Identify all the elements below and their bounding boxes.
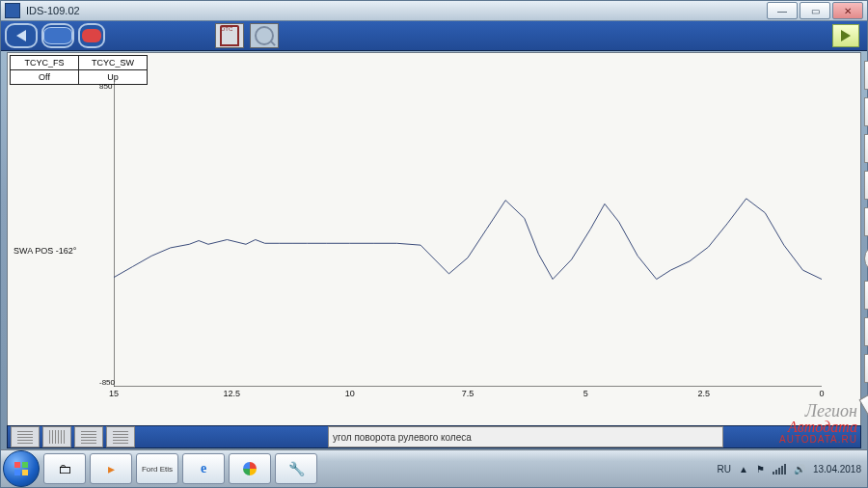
grid-icon [81,430,96,444]
tool-icon [82,29,101,42]
param-cell[interactable]: TCYC_SW Up [78,55,148,85]
x-tick: 12.5 [224,389,241,398]
clipboard-icon [220,25,239,46]
param-name: TCYC_SW [79,56,147,70]
grid-icon [17,430,33,444]
view1-button[interactable] [11,426,40,447]
tool-button[interactable] [78,23,105,48]
line-chart-svg [114,82,822,387]
view3-button[interactable] [74,426,103,447]
columns-icon [49,430,65,444]
expand-y-button[interactable] [864,317,868,346]
param-name: TCYC_FS [11,56,78,70]
taskbar-item[interactable]: Ford Etis [136,453,178,484]
vehicle-button[interactable] [41,23,74,48]
signal-select-button[interactable] [864,171,868,200]
windows-taskbar[interactable]: 🗀 ▸ Ford Etis e 🔧 RU ▲ ⚑ 🔊 13.04.2018 [1,449,867,487]
arrow-left-icon [16,30,26,41]
view2-button[interactable] [42,426,71,447]
timer-button[interactable] [864,244,868,273]
tray-flag-icon[interactable]: ⚑ [756,464,765,474]
x-tick: 7.5 [462,389,475,398]
minimize-button[interactable]: — [767,2,798,19]
x-tick: 5 [583,389,588,398]
desktop-background: IDS-109.02 — ▭ ✕ TCYC_FS Off TCYC_SW Up [0,0,868,488]
taskbar-item[interactable] [229,453,271,484]
draw-button[interactable] [859,386,868,425]
x-tick: 10 [345,389,355,398]
window-titlebar[interactable]: IDS-109.02 — ▭ ✕ [1,1,867,21]
x-axis-ticks: 1512.5107.552.50 [114,389,822,400]
hash-button[interactable]: # [864,134,868,163]
y-tick: 850 [99,82,112,91]
reference-button[interactable] [864,207,868,236]
arrow-right-icon [841,30,851,41]
inspect-button[interactable] [250,23,279,48]
param-strip: TCYC_FS Off TCYC_SW Up [10,55,148,85]
x-tick: 0 [819,389,824,398]
side-tool-palette: ≡ # i [864,61,868,420]
app-icon [5,3,20,18]
window-title: IDS-109.02 [24,5,767,16]
speaker-icon[interactable]: 🔊 [794,464,805,474]
car-icon [43,27,72,44]
language-indicator[interactable]: RU [718,464,731,474]
chart-workspace: TCYC_FS Off TCYC_SW Up SWA POS -162° 850… [7,52,861,426]
param-cell[interactable]: TCYC_FS Off [10,55,78,85]
magnifier-icon [255,26,274,45]
x-tick: 2.5 [697,389,710,398]
close-button[interactable]: ✕ [832,2,863,19]
maximize-button[interactable]: ▭ [800,2,830,19]
grid-icon [113,430,128,444]
taskbar-item[interactable]: e [182,453,225,484]
app-toolbar [1,21,867,51]
bottom-toolbar: угол поворота рулевого колеса [7,425,861,448]
param-value: Off [11,70,78,84]
start-button[interactable] [3,450,40,487]
taskbar-item[interactable]: 🔧 [275,453,317,484]
tray-flag-icon[interactable]: ▲ [739,464,748,474]
y-tick: -850 [99,378,115,387]
list-view-button[interactable]: ≡ [864,61,868,90]
x-tick: 15 [109,389,119,398]
shrink-y-button[interactable] [864,354,868,383]
network-icon[interactable] [773,463,786,474]
taskbar-item[interactable]: 🗀 [43,453,86,484]
y-axis-label: SWA POS -162° [14,246,76,256]
continue-button[interactable] [832,24,859,47]
dtc-button[interactable] [215,23,244,48]
info-button[interactable]: i [864,281,868,310]
camera-button[interactable] [864,97,868,126]
back-button[interactable] [5,23,38,48]
pid-description: угол поворота рулевого колеса [328,426,723,447]
taskbar-clock[interactable]: 13.04.2018 [813,464,861,474]
system-tray[interactable]: RU ▲ ⚑ 🔊 13.04.2018 [718,463,861,474]
chart-plot-area [114,82,822,387]
view4-button[interactable] [106,426,135,447]
taskbar-item[interactable]: ▸ [90,453,132,484]
